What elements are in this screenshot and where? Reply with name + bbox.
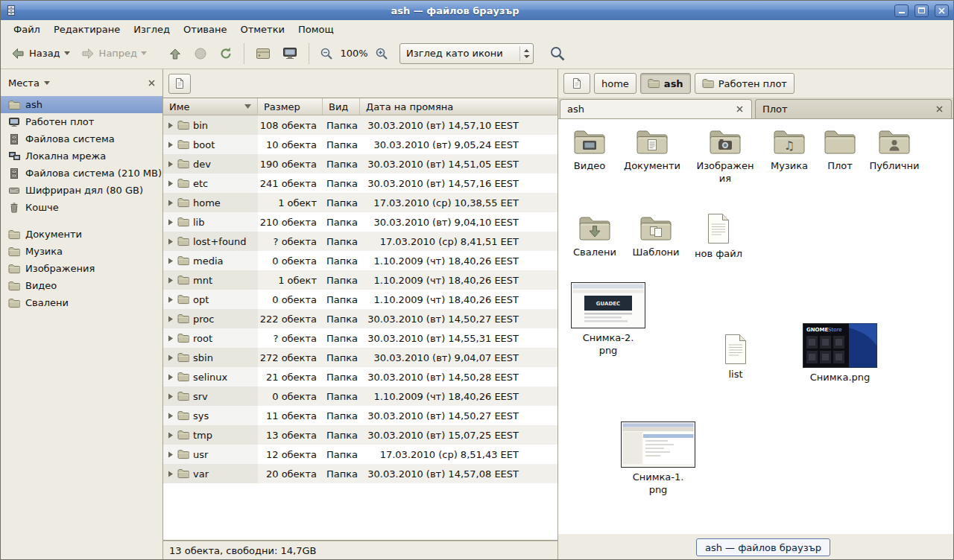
menu-item[interactable]: Файл xyxy=(7,22,47,37)
path-button[interactable]: home xyxy=(594,73,636,94)
search-button[interactable] xyxy=(544,42,571,66)
minimize-button[interactable] xyxy=(894,4,909,17)
expander-icon[interactable] xyxy=(168,471,174,477)
tab[interactable]: ash xyxy=(560,99,752,118)
sidebar-item[interactable]: Работен плот xyxy=(1,113,162,130)
expander-icon[interactable] xyxy=(168,277,174,284)
menu-item[interactable]: Редактиране xyxy=(47,22,127,37)
table-row[interactable]: etc 241 обекта Папка 30.03.2010 (вт) 14,… xyxy=(163,174,557,193)
table-row[interactable]: opt 0 обекта Папка 1.10.2009 (чт) 18,40,… xyxy=(163,290,557,309)
path-button[interactable]: Работен плот xyxy=(695,73,795,94)
table-row[interactable]: home 1 обект Папка 17.03.2010 (ср) 10,38… xyxy=(163,193,557,212)
table-row[interactable]: tmp 13 обекта Папка 30.03.2010 (вт) 15,0… xyxy=(163,425,557,445)
expander-icon[interactable] xyxy=(168,413,174,419)
menu-item[interactable]: Помощ xyxy=(291,22,341,37)
tab-close-icon[interactable] xyxy=(735,104,745,114)
places-close-icon[interactable] xyxy=(148,80,155,86)
tab[interactable]: Плот xyxy=(755,99,952,118)
zoom-in-button[interactable] xyxy=(370,43,394,64)
maximize-button[interactable] xyxy=(914,4,929,17)
table-row[interactable]: usr 12 обекта Папка 17.03.2010 (ср) 8,51… xyxy=(163,445,557,464)
table-row[interactable]: selinux 21 обекта Папка 30.03.2010 (вт) … xyxy=(163,367,557,386)
zoom-out-button[interactable] xyxy=(315,43,338,64)
stop-button[interactable] xyxy=(188,42,213,65)
expander-icon[interactable] xyxy=(168,238,174,245)
icon-view-item[interactable]: GUADEC Снимка-2. png xyxy=(577,282,639,357)
sidebar-item[interactable]: Кошче xyxy=(1,199,162,216)
expander-icon[interactable] xyxy=(168,219,174,226)
reload-button[interactable] xyxy=(213,42,238,65)
table-row[interactable]: dev 190 обекта Папка 30.03.2010 (вт) 14,… xyxy=(163,154,557,174)
table-row[interactable]: sys 11 обекта Папка 30.03.2010 (вт) 14,5… xyxy=(163,406,557,425)
column-header-date[interactable]: Дата на промяна xyxy=(360,98,557,115)
table-row[interactable]: mnt 1 обект Папка 1.10.2009 (чт) 18,40,2… xyxy=(163,270,557,290)
expander-icon[interactable] xyxy=(168,141,174,148)
path-button[interactable] xyxy=(563,73,590,94)
expander-icon[interactable] xyxy=(168,296,174,303)
icon-view-item[interactable]: нов файл xyxy=(687,213,750,261)
sidebar-item[interactable]: Файлова система xyxy=(1,130,162,147)
table-row[interactable]: root ? обекта Папка 30.03.2010 (вт) 14,5… xyxy=(163,328,557,348)
expander-icon[interactable] xyxy=(168,180,174,187)
root-path-button[interactable] xyxy=(168,74,191,94)
expander-icon[interactable] xyxy=(168,316,174,322)
icon-view-item[interactable]: Плот xyxy=(809,128,871,173)
menu-item[interactable]: Изглед xyxy=(127,22,177,37)
back-button[interactable]: Назад xyxy=(5,42,75,65)
icon-view-item[interactable]: Видео xyxy=(558,128,621,173)
table-row[interactable]: lost+found ? обекта Папка 17.03.2010 (ср… xyxy=(163,232,557,251)
expander-icon[interactable] xyxy=(168,258,174,264)
expander-icon[interactable] xyxy=(168,393,174,400)
tab-close-icon[interactable] xyxy=(935,104,944,114)
column-header-size[interactable]: Размер xyxy=(258,98,323,115)
expander-icon[interactable] xyxy=(168,122,174,129)
expander-icon[interactable] xyxy=(168,374,174,381)
expander-icon[interactable] xyxy=(168,335,174,342)
table-row[interactable]: lib 210 обекта Папка 30.03.2010 (вт) 9,0… xyxy=(163,212,557,232)
up-button[interactable] xyxy=(162,42,188,65)
computer-button[interactable] xyxy=(250,42,277,65)
icon-view-item[interactable]: list xyxy=(704,334,767,381)
icon-view-item[interactable]: Публични xyxy=(863,128,926,173)
back-dropdown-icon[interactable] xyxy=(64,51,70,55)
icon-view-item[interactable]: Снимка-1. png xyxy=(627,421,689,497)
table-row[interactable]: bin 108 обекта Папка 30.03.2010 (вт) 14,… xyxy=(163,115,557,135)
sidebar-item[interactable]: ash xyxy=(1,96,162,113)
places-title[interactable]: Места xyxy=(8,77,40,89)
menu-item[interactable]: Отметки xyxy=(233,22,291,37)
expander-icon[interactable] xyxy=(168,354,174,361)
sidebar-item[interactable]: Файлова система (210 MB) xyxy=(1,165,162,182)
menu-item[interactable]: Отиване xyxy=(177,22,233,37)
sidebar-item[interactable]: Шифриран дял (80 GB) xyxy=(1,182,162,199)
expander-icon[interactable] xyxy=(168,200,174,206)
table-row[interactable]: boot 10 обекта Папка 30.03.2010 (вт) 9,0… xyxy=(163,135,557,154)
sidebar-item[interactable]: Изображения xyxy=(1,260,162,277)
icon-view-item[interactable]: Документи xyxy=(621,128,683,173)
sidebar-item[interactable]: Локална мрежа xyxy=(1,147,162,165)
table-row[interactable]: sbin 272 обекта Папка 30.03.2010 (вт) 9,… xyxy=(163,348,557,367)
view-mode-select[interactable]: Изглед като икони xyxy=(399,43,534,64)
display-button[interactable] xyxy=(277,42,303,65)
forward-button[interactable]: Напред xyxy=(75,42,152,65)
sidebar-item[interactable]: Документи xyxy=(1,226,162,243)
icon-view-item[interactable]: Шаблони xyxy=(625,214,687,259)
expander-icon[interactable] xyxy=(168,161,174,168)
expander-icon[interactable] xyxy=(168,432,174,439)
table-row[interactable]: srv 0 обекта Папка 1.10.2009 (чт) 18,40,… xyxy=(163,386,557,406)
column-header-type[interactable]: Вид xyxy=(323,98,360,115)
icon-view-item[interactable]: Изображен ия xyxy=(694,128,756,185)
table-row[interactable]: var 20 обекта Папка 30.03.2010 (вт) 14,5… xyxy=(163,464,557,483)
column-header-name[interactable]: Име xyxy=(163,98,258,115)
sidebar-item[interactable]: Видео xyxy=(1,277,162,294)
icon-view-item[interactable]: Свалени xyxy=(563,214,626,259)
icon-view-item[interactable]: GNOMEStore Снимка.png xyxy=(809,323,871,384)
places-selector-icon[interactable] xyxy=(44,81,50,85)
close-button[interactable] xyxy=(935,4,949,17)
combo-spinner-icon[interactable] xyxy=(519,46,530,61)
sidebar-item[interactable]: Свалени xyxy=(1,294,162,311)
expander-icon[interactable] xyxy=(168,451,174,458)
table-row[interactable]: media 0 обекта Папка 1.10.2009 (чт) 18,4… xyxy=(163,251,557,270)
titlebar[interactable]: ash — файлов браузър xyxy=(1,1,953,20)
table-row[interactable]: proc 222 обекта Папка 30.03.2010 (вт) 14… xyxy=(163,309,557,328)
path-button[interactable]: ash xyxy=(640,73,691,94)
